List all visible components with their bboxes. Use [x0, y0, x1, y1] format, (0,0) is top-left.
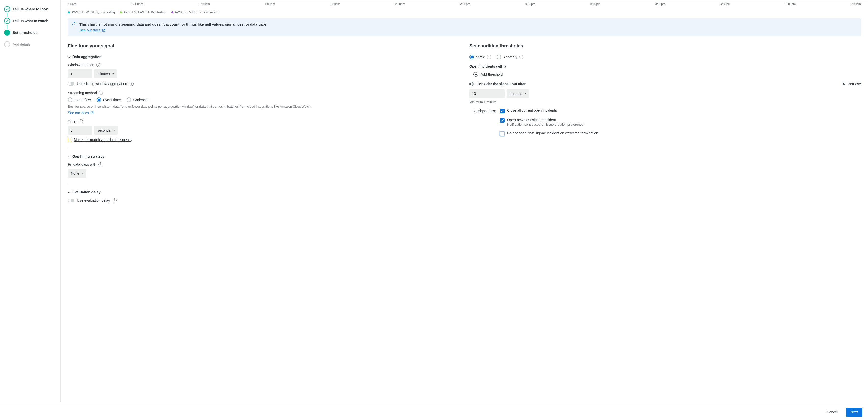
step-what-to-watch[interactable]: Tell us what to watch [4, 17, 56, 25]
time-tick: :30am [68, 2, 76, 6]
step-label: Add details [13, 42, 30, 46]
main-content: :30am 12:00pm 12:30pm 1:00pm 1:30pm 2:00… [61, 0, 868, 402]
legend-item[interactable]: AWS_US_EAST_1, Kim testing [120, 11, 166, 14]
info-icon[interactable]: i [519, 55, 523, 59]
close-icon: ✕ [842, 82, 845, 86]
open-incidents-label: Open incidents with a: [469, 64, 861, 68]
check-icon [4, 6, 10, 12]
info-icon[interactable]: i [98, 162, 102, 166]
streaming-method-label: Streaming method i [68, 91, 459, 95]
signal-loss-label: On signal loss: [469, 108, 496, 136]
divider [68, 148, 459, 148]
legend-item[interactable]: AWS_EU_WEST_2, Kim testing [68, 11, 115, 14]
time-tick: 1:00pm [265, 2, 275, 6]
sliding-window-label: Use sliding window aggregation [77, 82, 127, 86]
evaluation-delay-label: Use evaluation delay [77, 198, 110, 202]
signal-lost-input[interactable] [469, 89, 504, 98]
streaming-event-timer-radio[interactable]: Event timer [96, 97, 121, 102]
pending-step-icon [4, 41, 10, 47]
threshold-anomaly-radio[interactable]: Anomalyi [497, 55, 523, 59]
streaming-cadence-radio[interactable]: Cadence [127, 97, 148, 102]
info-icon: i [72, 23, 76, 27]
legend-dot [120, 11, 122, 13]
legend-dot [68, 11, 70, 13]
banner-text: This chart is not using streaming data a… [80, 23, 267, 27]
open-lost-signal-checkbox[interactable]: Open new "lost signal" incident Notifica… [500, 118, 861, 127]
time-tick: 4:00pm [655, 2, 665, 6]
info-banner: i This chart is not using streaming data… [68, 18, 861, 36]
step-where-to-look[interactable]: Tell us where to look [4, 5, 56, 13]
data-aggregation-header[interactable]: Data aggregation [68, 55, 459, 59]
time-tick: 2:30pm [460, 2, 470, 6]
timer-label: Timer i [68, 119, 459, 124]
banner-docs-link[interactable]: See our docs [80, 28, 105, 32]
step-set-thresholds[interactable]: Set thresholds [4, 29, 56, 37]
step-label: Set thresholds [13, 31, 37, 35]
fine-tune-column: Fine-tune your signal Data aggregation W… [68, 43, 459, 206]
legend-label: AWS_US_EAST_1, Kim testing [124, 11, 166, 14]
timer-unit-select[interactable]: seconds [94, 126, 118, 135]
step-add-details[interactable]: Add details [4, 40, 56, 49]
globe-icon [469, 82, 474, 86]
radio-icon [497, 55, 501, 59]
fine-tune-title: Fine-tune your signal [68, 43, 459, 49]
warning-icon: ! [68, 138, 72, 142]
time-tick: 3:00pm [525, 2, 535, 6]
info-icon[interactable]: i [99, 91, 103, 95]
time-tick: 5:00pm [785, 2, 796, 6]
current-step-icon [4, 30, 10, 36]
next-button[interactable]: Next [846, 408, 862, 417]
checkbox-icon [500, 109, 504, 113]
legend-label: AWS_EU_WEST_2, Kim testing [71, 11, 115, 14]
info-icon[interactable]: i [130, 82, 134, 86]
info-icon[interactable]: i [113, 198, 117, 202]
legend-item[interactable]: AWS_US_WEST_2, Kim testing [172, 11, 219, 14]
time-tick: 3:30pm [590, 2, 600, 6]
signal-lost-hint: Minimum 1 minute [469, 100, 861, 104]
info-icon[interactable]: i [96, 63, 100, 67]
timer-warning-link[interactable]: Make this match your data frequency [74, 138, 132, 142]
threshold-static-radio[interactable]: Statici [469, 55, 491, 59]
remove-button[interactable]: ✕ Remove [842, 82, 861, 86]
chevron-down-icon [68, 56, 70, 58]
info-icon[interactable]: i [487, 55, 491, 59]
time-tick: 5:30pm [851, 2, 861, 6]
window-duration-input[interactable] [68, 69, 92, 78]
step-connector [7, 13, 7, 17]
signal-lost-label: Consider the signal lost after [469, 82, 526, 86]
streaming-docs-link[interactable]: See our docs [68, 111, 94, 115]
window-duration-unit-select[interactable]: minutes [94, 69, 117, 78]
info-icon[interactable]: i [79, 119, 83, 124]
external-link-icon [90, 111, 94, 114]
gap-fill-select[interactable]: None [68, 169, 86, 178]
timer-input[interactable] [68, 126, 92, 135]
evaluation-delay-toggle[interactable] [68, 198, 74, 202]
gap-fill-label: Fill data gaps with i [68, 162, 459, 166]
thresholds-title: Set condition thresholds [469, 43, 861, 49]
check-icon [4, 18, 10, 24]
step-label: Tell us what to watch [13, 19, 49, 23]
time-tick: 2:00pm [395, 2, 405, 6]
add-threshold-button[interactable]: + Add threshold [473, 72, 861, 76]
radio-icon [96, 97, 101, 102]
close-incidents-checkbox[interactable]: Close all current open incidents [500, 108, 861, 113]
plus-icon: + [473, 72, 478, 76]
external-link-icon [102, 29, 105, 32]
time-tick: 4:30pm [720, 2, 731, 6]
chevron-down-icon [68, 155, 70, 158]
gap-filling-header[interactable]: Gap filling strategy [68, 154, 459, 158]
window-duration-label: Window duration i [68, 63, 459, 67]
wizard-footer: Cancel Next [0, 404, 868, 420]
time-tick: 1:30pm [330, 2, 340, 6]
wizard-sidebar: Tell us where to look Tell us what to wa… [0, 0, 61, 402]
chart-legend: AWS_EU_WEST_2, Kim testing AWS_US_EAST_1… [61, 8, 868, 18]
evaluation-delay-header[interactable]: Evaluation delay [68, 190, 459, 194]
no-lost-signal-on-termination-checkbox[interactable]: Do not open "lost signal" incident on ex… [500, 131, 861, 136]
streaming-description: Best for sparse or inconsistent data (on… [68, 104, 459, 109]
streaming-event-flow-radio[interactable]: Event flow [68, 97, 91, 102]
signal-lost-unit-select[interactable]: minutes [506, 89, 529, 98]
time-tick: 12:30pm [198, 2, 210, 6]
cancel-button[interactable]: Cancel [822, 408, 842, 417]
sliding-window-toggle[interactable] [68, 82, 74, 86]
chevron-down-icon [68, 191, 70, 193]
